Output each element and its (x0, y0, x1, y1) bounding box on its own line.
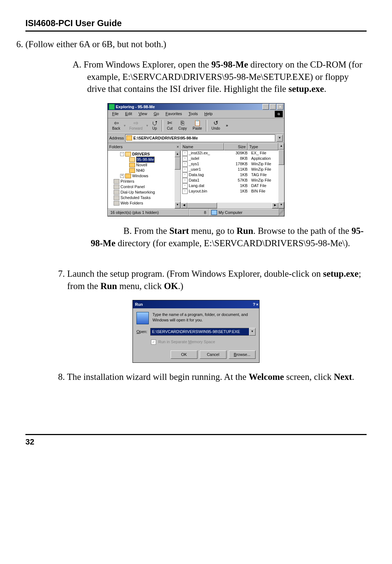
step-6b-text3: . Browse to the path of the (253, 226, 352, 236)
resize-grip[interactable] (279, 209, 284, 216)
file-list-pane: Name Size Type ▫_inst32i.ex_309KBEX_ Fil… (181, 143, 284, 208)
run-browse-button[interactable]: Browse... (229, 350, 256, 359)
minimize-button[interactable]: _ (262, 104, 269, 110)
file-row[interactable]: ▫_isdel8KBApplication (181, 156, 278, 161)
paste-button[interactable]: 📋Paste (190, 119, 205, 132)
explorer-titlebar: Exploring - 95-98-Me _ □ × (108, 104, 284, 110)
tree-scrollbar[interactable]: ▲ ▼ (175, 151, 180, 208)
menu-help[interactable]: Help (201, 111, 216, 117)
file-row[interactable]: ▫_inst32i.ex_309KBEX_ File (181, 150, 278, 156)
tree-node[interactable]: 95-98-Me (109, 157, 175, 162)
run-open-dropdown[interactable]: ▼ (249, 328, 256, 336)
run-help-button[interactable]: ? (253, 302, 256, 307)
column-headers[interactable]: Name Size Type (181, 143, 278, 151)
step-6b-text4: directory (for example, E:\SERVCARD\DRIV… (115, 238, 350, 248)
close-button[interactable]: × (277, 104, 283, 110)
step-6b-run: Run (237, 226, 253, 236)
menu-favorites[interactable]: Favorites (163, 111, 185, 117)
file-row[interactable]: ▫Layout.bin1KBBIN File (181, 188, 278, 194)
tree-node[interactable]: +Windows (109, 173, 175, 179)
address-value: E:\SERVCARD\DRIVERS\95-98-Me (133, 135, 198, 141)
throbber-icon: ⧉ (275, 111, 283, 117)
menu-edit[interactable]: Edit (122, 111, 135, 117)
menu-go[interactable]: Go (151, 111, 162, 117)
step-6a-text: A. From Windows Explorer, open the (73, 60, 211, 69)
page-header: ISI4608-PCI User Guide (25, 18, 367, 32)
menu-file[interactable]: File (109, 111, 122, 117)
toolbar-more[interactable]: » (223, 123, 231, 128)
col-name[interactable]: Name (181, 143, 224, 151)
toolbar-sep2 (206, 120, 207, 131)
file-row[interactable]: ▫_sys1178KBWinZip File (181, 161, 278, 167)
status-right: My Computer (209, 209, 279, 216)
explorer-window: Exploring - 95-98-Me _ □ × File Edit Vie… (107, 103, 285, 216)
run-open-label: Open: (136, 329, 147, 334)
file-row[interactable]: ▫Lang.dat1KBDAT File (181, 183, 278, 188)
page-number: 32 (25, 437, 34, 446)
tree-node[interactable]: Printers (109, 179, 175, 184)
run-close-button[interactable]: × (256, 302, 258, 307)
file-row[interactable]: ▫Data157KBWinZip File (181, 178, 278, 183)
menu-view[interactable]: View (136, 111, 150, 117)
step7-run: Run (101, 281, 117, 291)
file-row[interactable]: ▫_user111KBWinZip File (181, 167, 278, 172)
toolbar-sep (162, 120, 163, 131)
step-6b-text2: menu, go to (189, 226, 237, 236)
col-size[interactable]: Size (224, 143, 248, 151)
tree-node[interactable]: Dial-Up Networking (109, 190, 175, 195)
run-open-value[interactable]: E:\SERVCARD\DRIVERS\WIN95-98\SETUP.EXE (150, 328, 249, 336)
step-6b: B. From the Start menu, go to Run. Brows… (58, 225, 367, 249)
address-bar: Address E:\SERVCARD\DRIVERS\95-98-Me ▼ (108, 133, 284, 143)
step-6b-text: B. From the (123, 226, 169, 236)
tree-node[interactable]: Nt40 (109, 168, 175, 173)
footer-rule: 32 (25, 434, 367, 447)
cut-button[interactable]: ✄Cut (164, 119, 176, 132)
folders-close[interactable]: × (177, 144, 179, 150)
run-screenshot-wrap: Run ? × Type the name of a program, fold… (25, 300, 367, 363)
run-desc: Type the name of a program, folder, or d… (152, 312, 256, 323)
list-hscroll[interactable]: ◀ ▶ (181, 203, 278, 208)
explorer-icon (109, 104, 114, 109)
menu-tools[interactable]: Tools (185, 111, 201, 117)
tree-node[interactable]: Novell (109, 162, 175, 168)
col-type[interactable]: Type (248, 143, 278, 151)
undo-button[interactable]: ↺Undo (208, 119, 223, 132)
run-icon (136, 312, 149, 324)
step-6a: A. From Windows Explorer, open the 95-98… (87, 58, 367, 95)
forward-dropdown[interactable]: ▾ (146, 122, 149, 129)
up-button[interactable]: ⮍Up (149, 119, 160, 132)
menu-bar: File Edit View Go Favorites Tools Help ⧉ (108, 110, 284, 118)
copy-button[interactable]: ⎘Copy (175, 119, 189, 132)
status-bar: 16 object(s) (plus 1 hidden) 8 My Comput… (108, 208, 284, 216)
explorer-title: Exploring - 95-98-Me (116, 104, 155, 110)
back-button[interactable]: ⇦Back (109, 119, 123, 132)
tree-node[interactable]: -DRIVERS (109, 151, 175, 157)
step-6a-end: . (324, 84, 326, 94)
step8-text: 8. The installation wizard will begin ru… (58, 372, 249, 382)
run-chk-label: Run in Separate Memory Space (158, 339, 215, 345)
file-list[interactable]: ▫_inst32i.ex_309KBEX_ File▫_isdel8KBAppl… (181, 150, 278, 202)
file-row[interactable]: ▫Data.tag1KBTAG File (181, 172, 278, 178)
run-separate-memory: ✓ Run in Separate Memory Space (151, 339, 256, 345)
maximize-button[interactable]: □ (270, 104, 276, 110)
back-dropdown[interactable]: ▾ (123, 122, 126, 129)
address-dropdown[interactable]: ▼ (277, 135, 283, 142)
run-ok-button[interactable]: OK (171, 350, 197, 359)
forward-button[interactable]: ⇨Forward (126, 119, 146, 132)
tree-node[interactable]: Web Folders (109, 200, 175, 206)
tree-node[interactable]: Control Panel (109, 184, 175, 190)
address-field[interactable]: E:\SERVCARD\DRIVERS\95-98-Me (125, 134, 275, 142)
step8-next: Next (334, 372, 352, 382)
step7-text3: menu, click (117, 281, 164, 291)
checkbox-icon: ✓ (151, 340, 156, 345)
run-dialog: Run ? × Type the name of a program, fold… (132, 300, 260, 363)
tree-node[interactable]: Scheduled Tasks (109, 195, 175, 200)
step8-end: . (352, 372, 354, 382)
run-open-combo[interactable]: E:\SERVCARD\DRIVERS\WIN95-98\SETUP.EXE ▼ (150, 328, 256, 336)
run-cancel-button[interactable]: Cancel (200, 350, 226, 359)
step-6-intro: 6. (Follow either 6A or 6B, but not both… (25, 38, 367, 50)
folder-tree[interactable]: -DRIVERS95-98-MeNovellNt40+WindowsPrinte… (108, 151, 175, 208)
folder-icon (126, 135, 132, 141)
list-vscroll[interactable]: ▲ ▼ (278, 143, 284, 208)
mycomputer-icon (211, 210, 217, 215)
